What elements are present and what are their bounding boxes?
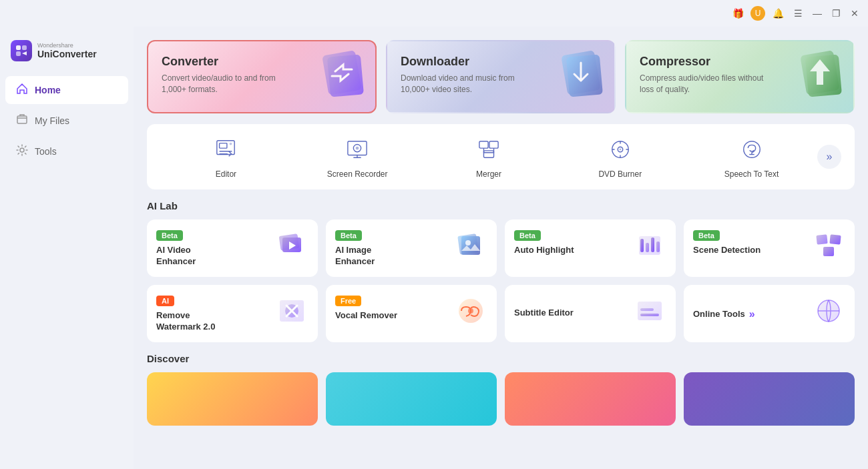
scene-detection-badge: Beta	[693, 230, 720, 241]
online-tools-icon	[812, 294, 845, 328]
logo-icon	[11, 40, 32, 61]
svg-rect-38	[823, 247, 834, 256]
ai-lab-title: AI Lab	[147, 200, 855, 211]
remove-watermark-card[interactable]: AI RemoveWatermark 2.0	[147, 285, 318, 342]
sidebar-home-label: Home	[35, 85, 61, 95]
sidebar-item-myfiles[interactable]: My Files	[5, 107, 128, 135]
editor-icon	[211, 135, 240, 164]
speech-to-text-label: Speech To Text	[724, 169, 779, 179]
downloader-icon	[554, 46, 608, 109]
tools-more-button[interactable]: »	[817, 145, 841, 169]
sidebar: Wondershare UniConverter Home My Files	[0, 27, 134, 469]
maximize-button[interactable]: ❐	[829, 7, 843, 20]
vocal-remover-title: Vocal Remover	[335, 310, 454, 322]
converter-icon	[315, 46, 369, 109]
merger-icon	[474, 135, 503, 164]
logo-area: Wondershare UniConverter	[0, 33, 134, 75]
remove-watermark-badge: AI	[156, 296, 174, 306]
menu-icon[interactable]: ☰	[791, 6, 805, 21]
tool-merger[interactable]: Merger	[423, 135, 555, 179]
svg-rect-36	[816, 234, 827, 245]
auto-highlight-icon	[633, 229, 666, 262]
home-icon	[16, 83, 28, 97]
tool-dvd-burner[interactable]: DVD Burner	[554, 135, 686, 179]
compressor-card[interactable]: Compressor Compress audio/video files wi…	[625, 40, 855, 113]
tools-row: Editor Screen Recorder	[147, 124, 855, 189]
sidebar-item-home[interactable]: Home	[5, 76, 128, 104]
svg-rect-37	[829, 234, 841, 245]
editor-label: Editor	[216, 169, 236, 179]
svg-rect-19	[479, 141, 488, 148]
auto-highlight-card[interactable]: Beta Auto Highlight	[505, 219, 676, 277]
logo-brand: Wondershare	[37, 42, 97, 49]
auto-highlight-title: Auto Highlight	[514, 245, 633, 256]
remove-watermark-icon	[275, 294, 308, 328]
auto-highlight-badge: Beta	[514, 230, 541, 241]
svg-point-5	[20, 148, 24, 152]
discover-grid	[147, 372, 855, 426]
discover-card-4[interactable]	[684, 372, 855, 426]
svg-point-18	[356, 147, 359, 150]
scene-detection-title: Scene Detection	[693, 245, 812, 256]
discover-title: Discover	[147, 353, 855, 364]
online-tools-title: Online Tools »	[693, 308, 812, 322]
svg-rect-33	[646, 243, 649, 252]
online-tools-card[interactable]: Online Tools »	[684, 285, 855, 342]
svg-rect-20	[489, 141, 498, 148]
vocal-remover-icon	[454, 294, 487, 328]
myfiles-icon	[16, 113, 28, 128]
svg-point-42	[468, 308, 473, 314]
dvd-burner-icon	[606, 135, 635, 164]
speech-to-text-icon	[737, 135, 767, 164]
svg-rect-34	[651, 238, 654, 252]
ai-image-enhancer-card[interactable]: Beta AI ImageEnhancer	[326, 219, 497, 277]
vocal-remover-card[interactable]: Free Vocal Remover	[326, 285, 497, 342]
svg-rect-11	[805, 54, 842, 97]
minimize-button[interactable]: —	[811, 7, 824, 20]
titlebar: 🎁 U 🔔 ☰ — ❐ ✕	[0, 0, 868, 27]
ai-video-enhancer-card[interactable]: Beta AI VideoEnhancer	[147, 219, 318, 277]
svg-point-25	[743, 141, 759, 157]
screen-recorder-icon	[343, 135, 372, 164]
converter-desc: Convert video/audio to and from 1,000+ f…	[162, 73, 292, 95]
subtitle-editor-card[interactable]: Subtitle Editor	[505, 285, 676, 342]
svg-rect-32	[640, 239, 644, 252]
svg-rect-44	[640, 314, 659, 316]
ai-image-enhancer-icon	[454, 229, 487, 262]
dvd-burner-label: DVD Burner	[598, 169, 642, 179]
screen-recorder-label: Screen Recorder	[327, 169, 388, 179]
merger-label: Merger	[476, 169, 501, 179]
sidebar-tools-label: Tools	[35, 146, 57, 157]
downloader-card[interactable]: Downloader Download video and music from…	[386, 40, 616, 113]
svg-rect-1	[22, 45, 27, 50]
svg-rect-35	[656, 242, 660, 252]
app-body: Wondershare UniConverter Home My Files	[0, 27, 868, 469]
downloader-desc: Download video and music from 10,000+ vi…	[401, 73, 531, 95]
user-avatar[interactable]: U	[750, 6, 765, 21]
tool-screen-recorder[interactable]: Screen Recorder	[292, 135, 423, 179]
ai-image-enhancer-badge: Beta	[335, 230, 362, 241]
ai-video-enhancer-icon	[275, 229, 308, 262]
discover-card-3[interactable]	[505, 372, 676, 426]
converter-card[interactable]: Converter Convert video/audio to and fro…	[147, 40, 377, 113]
close-button[interactable]: ✕	[848, 7, 861, 20]
scene-detection-card[interactable]: Beta Scene Detection	[684, 219, 855, 277]
gift-icon[interactable]: 🎁	[730, 6, 745, 21]
vocal-remover-badge: Free	[335, 296, 361, 306]
discover-card-1[interactable]	[147, 372, 318, 426]
sidebar-myfiles-label: My Files	[35, 115, 69, 126]
svg-point-24	[619, 149, 621, 151]
svg-point-15	[230, 143, 232, 145]
svg-rect-14	[220, 143, 227, 149]
ai-grid: Beta AI VideoEnhancer	[147, 219, 855, 342]
svg-rect-21	[483, 151, 493, 157]
discover-card-2[interactable]	[326, 372, 497, 426]
tools-icon	[16, 144, 28, 159]
sidebar-item-tools[interactable]: Tools	[5, 137, 128, 165]
ai-image-enhancer-title: AI ImageEnhancer	[335, 245, 454, 268]
logo-text: Wondershare UniConverter	[37, 42, 97, 59]
bell-icon[interactable]: 🔔	[771, 6, 785, 21]
tool-speech-to-text[interactable]: Speech To Text	[686, 135, 817, 179]
tool-editor[interactable]: Editor	[160, 135, 292, 179]
svg-rect-0	[16, 45, 21, 50]
